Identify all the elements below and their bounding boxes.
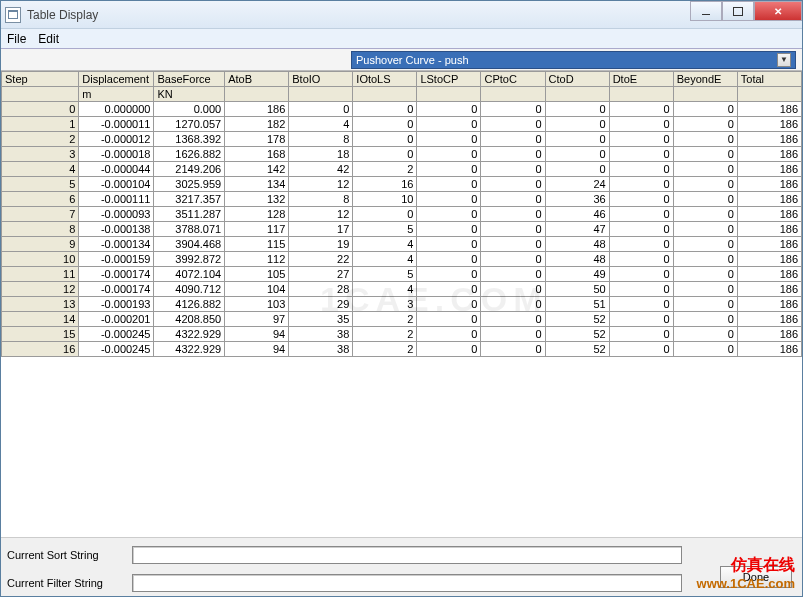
- cell[interactable]: -0.000093: [79, 207, 154, 222]
- cell[interactable]: 13: [2, 297, 79, 312]
- done-button[interactable]: Done: [720, 566, 792, 588]
- cell[interactable]: 0: [481, 132, 545, 147]
- cell[interactable]: 186: [225, 102, 289, 117]
- cell[interactable]: 0: [481, 342, 545, 357]
- cell[interactable]: 0: [609, 297, 673, 312]
- cell[interactable]: 0: [673, 237, 737, 252]
- cell[interactable]: 0: [545, 102, 609, 117]
- cell[interactable]: 46: [545, 207, 609, 222]
- cell[interactable]: 2: [353, 327, 417, 342]
- cell[interactable]: 47: [545, 222, 609, 237]
- table-row[interactable]: 5-0.0001043025.9591341216002400186: [2, 177, 802, 192]
- cell[interactable]: 3217.357: [154, 192, 225, 207]
- cell[interactable]: 1270.057: [154, 117, 225, 132]
- cell[interactable]: 0: [673, 207, 737, 222]
- cell[interactable]: 0: [673, 147, 737, 162]
- cell[interactable]: 0: [481, 147, 545, 162]
- col-iotols[interactable]: IOtoLS: [353, 72, 417, 87]
- col-step[interactable]: Step: [2, 72, 79, 87]
- cell[interactable]: 0: [2, 102, 79, 117]
- cell[interactable]: 4: [2, 162, 79, 177]
- cell[interactable]: 6: [2, 192, 79, 207]
- table-row[interactable]: 16-0.0002454322.92994382005200186: [2, 342, 802, 357]
- cell[interactable]: 0: [545, 132, 609, 147]
- cell[interactable]: 0: [609, 327, 673, 342]
- cell[interactable]: 0: [673, 267, 737, 282]
- minimize-button[interactable]: [690, 1, 722, 21]
- cell[interactable]: 1626.882: [154, 147, 225, 162]
- cell[interactable]: 0: [353, 117, 417, 132]
- cell[interactable]: 0: [481, 237, 545, 252]
- cell[interactable]: 134: [225, 177, 289, 192]
- cell[interactable]: -0.000174: [79, 267, 154, 282]
- maximize-button[interactable]: [722, 1, 754, 21]
- cell[interactable]: -0.000111: [79, 192, 154, 207]
- cell[interactable]: 10: [353, 192, 417, 207]
- cell[interactable]: 0: [481, 327, 545, 342]
- cell[interactable]: 38: [289, 327, 353, 342]
- cell[interactable]: 0: [417, 327, 481, 342]
- col-displacement[interactable]: Displacement: [79, 72, 154, 87]
- cell[interactable]: 5: [353, 267, 417, 282]
- cell[interactable]: 0: [545, 147, 609, 162]
- titlebar[interactable]: Table Display: [1, 1, 802, 29]
- cell[interactable]: 0: [609, 177, 673, 192]
- cell[interactable]: 182: [225, 117, 289, 132]
- col-baseforce[interactable]: BaseForce: [154, 72, 225, 87]
- cell[interactable]: 0: [609, 222, 673, 237]
- table-row[interactable]: 12-0.0001744090.712104284005000186: [2, 282, 802, 297]
- cell[interactable]: -0.000245: [79, 327, 154, 342]
- cell[interactable]: 27: [289, 267, 353, 282]
- cell[interactable]: 2: [353, 312, 417, 327]
- cell[interactable]: -0.000134: [79, 237, 154, 252]
- cell[interactable]: -0.000138: [79, 222, 154, 237]
- cell[interactable]: 42: [289, 162, 353, 177]
- sort-string-input[interactable]: [132, 546, 682, 564]
- cell[interactable]: 0: [353, 207, 417, 222]
- cell[interactable]: 0: [673, 282, 737, 297]
- cell[interactable]: 186: [737, 297, 801, 312]
- cell[interactable]: 3904.468: [154, 237, 225, 252]
- table-row[interactable]: 8-0.0001383788.071117175004700186: [2, 222, 802, 237]
- cell[interactable]: 5: [353, 222, 417, 237]
- cell[interactable]: 2: [353, 162, 417, 177]
- cell[interactable]: 0: [417, 312, 481, 327]
- cell[interactable]: -0.000193: [79, 297, 154, 312]
- cell[interactable]: -0.000174: [79, 282, 154, 297]
- cell[interactable]: 0: [673, 297, 737, 312]
- cell[interactable]: 0: [481, 222, 545, 237]
- cell[interactable]: 51: [545, 297, 609, 312]
- cell[interactable]: -0.000245: [79, 342, 154, 357]
- cell[interactable]: -0.000201: [79, 312, 154, 327]
- cell[interactable]: 0: [417, 237, 481, 252]
- cell[interactable]: 9: [2, 237, 79, 252]
- col-total[interactable]: Total: [737, 72, 801, 87]
- cell[interactable]: 0.000: [154, 102, 225, 117]
- cell[interactable]: -0.000104: [79, 177, 154, 192]
- cell[interactable]: 0: [481, 267, 545, 282]
- cell[interactable]: 3: [353, 297, 417, 312]
- menu-edit[interactable]: Edit: [38, 32, 59, 46]
- table-row[interactable]: 14-0.0002014208.85097352005200186: [2, 312, 802, 327]
- cell[interactable]: 0: [289, 102, 353, 117]
- menu-file[interactable]: File: [7, 32, 26, 46]
- cell[interactable]: 0: [673, 117, 737, 132]
- cell[interactable]: 0: [417, 222, 481, 237]
- cell[interactable]: 4: [353, 237, 417, 252]
- cell[interactable]: 0: [673, 177, 737, 192]
- col-cptoc[interactable]: CPtoC: [481, 72, 545, 87]
- cell[interactable]: 0: [673, 312, 737, 327]
- cell[interactable]: 0: [673, 192, 737, 207]
- cell[interactable]: 186: [737, 252, 801, 267]
- cell[interactable]: 16: [353, 177, 417, 192]
- data-grid[interactable]: StepDisplacementBaseForceAtoBBtoIOIOtoLS…: [1, 71, 802, 538]
- curve-select[interactable]: Pushover Curve - push ▼: [351, 51, 796, 69]
- cell[interactable]: 94: [225, 327, 289, 342]
- cell[interactable]: 0: [673, 327, 737, 342]
- table-row[interactable]: 2-0.0000121368.3921788000000186: [2, 132, 802, 147]
- cell[interactable]: 0: [481, 162, 545, 177]
- cell[interactable]: 0: [609, 342, 673, 357]
- cell[interactable]: -0.000159: [79, 252, 154, 267]
- cell[interactable]: 52: [545, 312, 609, 327]
- cell[interactable]: 0: [417, 207, 481, 222]
